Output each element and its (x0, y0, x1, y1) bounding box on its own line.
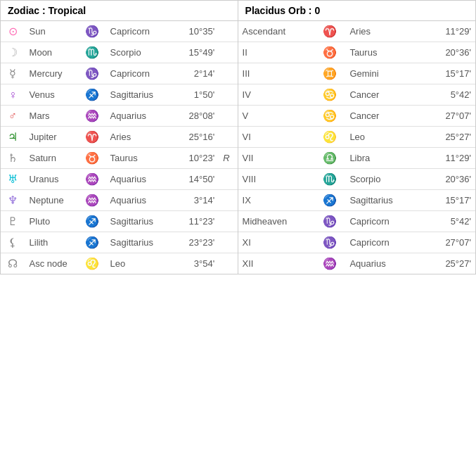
planet-name: Jupiter (25, 127, 79, 148)
planet-icon: ♂ (1, 106, 25, 127)
planet-retro: R (219, 148, 237, 169)
planet-degree: 1°50' (175, 84, 219, 106)
house-name: VII (238, 148, 314, 169)
house-sign-icon: ♏ (314, 169, 345, 190)
planet-sign: Leo (106, 253, 176, 274)
planet-icon: ☊ (1, 253, 25, 274)
house-sign-icon: ♐ (314, 190, 345, 211)
planet-sign-icon: ♒ (78, 106, 106, 127)
planet-row: ♄ Saturn ♉ Taurus 10°23' R (1, 148, 238, 169)
planet-sign: Aquarius (106, 106, 176, 127)
planet-sign: Sagittarius (106, 84, 176, 106)
house-degree: 11°29' (425, 21, 475, 42)
planet-icon: ☿ (1, 63, 25, 84)
planet-degree: 14°50' (175, 169, 219, 190)
planet-degree: 3°54' (175, 253, 219, 274)
planet-sign: Capricorn (106, 21, 176, 42)
house-degree: 15°17' (425, 63, 475, 84)
house-name: VIII (238, 169, 314, 190)
house-sign-icon: ♉ (314, 42, 345, 63)
planet-row: ♂ Mars ♒ Aquarius 28°08' (1, 106, 238, 127)
placidus-header: Placidus Orb : 0 (238, 1, 475, 21)
house-sign: Taurus (345, 42, 425, 63)
planet-icon: ♆ (1, 190, 25, 211)
house-name: Midheaven (238, 211, 314, 232)
planet-icon: ⚸ (1, 232, 25, 253)
planet-retro (219, 21, 237, 42)
planet-sign-icon: ♒ (78, 169, 106, 190)
planet-row: ⊙ Sun ♑ Capricorn 10°35' (1, 21, 238, 42)
house-name: XI (238, 232, 314, 253)
house-name: V (238, 106, 314, 127)
planet-sign-icon: ♒ (78, 190, 106, 211)
planet-icon: ♅ (1, 169, 25, 190)
planet-name: Asc node (25, 253, 79, 274)
zodiac-header: Zodiac : Tropical (1, 1, 238, 21)
planet-degree: 25°16' (175, 127, 219, 148)
house-sign-icon: ♈ (314, 21, 345, 42)
planet-degree: 11°23' (175, 211, 219, 232)
planet-sign-icon: ♏ (78, 42, 106, 63)
house-sign: Capricorn (345, 232, 425, 253)
house-sign-icon: ♎ (314, 148, 345, 169)
planet-retro (219, 127, 237, 148)
house-row: XII ♒ Aquarius 25°27' (238, 253, 475, 274)
planet-retro (219, 190, 237, 211)
planet-retro (219, 42, 237, 63)
planet-sign: Aquarius (106, 190, 176, 211)
house-sign: Leo (345, 127, 425, 148)
planet-sign-icon: ♑ (78, 21, 106, 42)
planet-name: Lilith (25, 232, 79, 253)
house-name: IV (238, 84, 314, 106)
planet-sign-icon: ♉ (78, 148, 106, 169)
planet-degree: 10°35' (175, 21, 219, 42)
house-row: V ♋ Cancer 27°07' (238, 106, 475, 127)
house-sign-icon: ♌ (314, 127, 345, 148)
planet-row: ☽ Moon ♏ Scorpio 15°49' (1, 42, 238, 63)
house-row: III ♊ Gemini 15°17' (238, 63, 475, 84)
planet-name: Uranus (25, 169, 79, 190)
planet-icon: ♃ (1, 127, 25, 148)
planet-row: ☿ Mercury ♑ Capricorn 2°14' (1, 63, 238, 84)
planet-sign: Aries (106, 127, 176, 148)
planet-name: Mercury (25, 63, 79, 84)
house-sign-icon: ♊ (314, 63, 345, 84)
planet-sign-icon: ♐ (78, 211, 106, 232)
house-degree: 15°17' (425, 190, 475, 211)
planet-sign: Aquarius (106, 169, 176, 190)
house-row: VII ♎ Libra 11°29' (238, 148, 475, 169)
planet-sign: Sagittarius (106, 211, 176, 232)
house-name: III (238, 63, 314, 84)
house-degree: 11°29' (425, 148, 475, 169)
house-row: XI ♑ Capricorn 27°07' (238, 232, 475, 253)
planet-retro (219, 211, 237, 232)
planet-retro (219, 84, 237, 106)
house-name: IX (238, 190, 314, 211)
planet-name: Sun (25, 21, 79, 42)
house-row: Ascendant ♈ Aries 11°29' (238, 21, 475, 42)
planet-icon: ⊙ (1, 21, 25, 42)
planet-sign-icon: ♐ (78, 84, 106, 106)
house-sign: Scorpio (345, 169, 425, 190)
house-sign-icon: ♒ (314, 253, 345, 274)
house-sign: Aries (345, 21, 425, 42)
planet-sign: Sagittarius (106, 232, 176, 253)
house-row: VI ♌ Leo 25°27' (238, 127, 475, 148)
house-degree: 27°07' (425, 106, 475, 127)
planet-sign: Scorpio (106, 42, 176, 63)
planet-icon: ☽ (1, 42, 25, 63)
planet-retro (219, 232, 237, 253)
house-name: II (238, 42, 314, 63)
planet-icon: ♇ (1, 211, 25, 232)
planet-degree: 15°49' (175, 42, 219, 63)
house-degree: 5°42' (425, 84, 475, 106)
planet-degree: 28°08' (175, 106, 219, 127)
house-name: Ascendant (238, 21, 314, 42)
planet-sign-icon: ♑ (78, 63, 106, 84)
planet-sign-icon: ♈ (78, 127, 106, 148)
house-sign: Sagittarius (345, 190, 425, 211)
house-sign: Libra (345, 148, 425, 169)
planet-icon: ♄ (1, 148, 25, 169)
main-table: Zodiac : Tropical Placidus Orb : 0 ⊙ Sun… (0, 0, 476, 274)
planet-retro (219, 169, 237, 190)
